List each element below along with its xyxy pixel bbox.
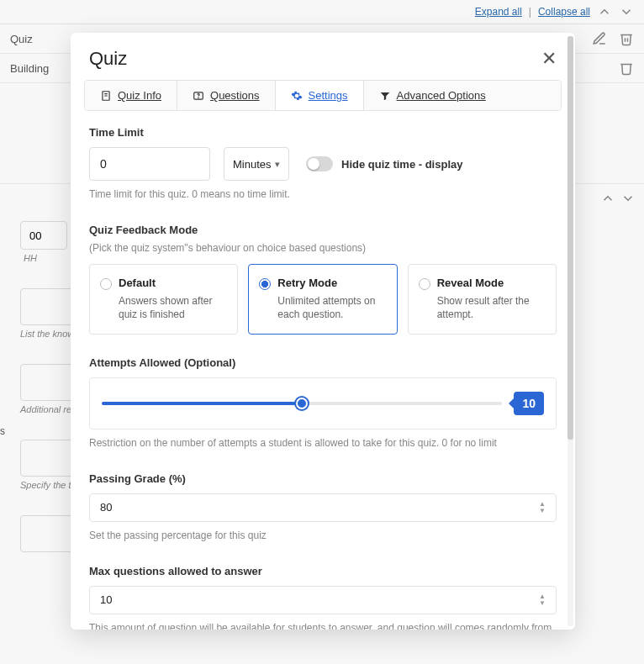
tab-label: Settings <box>309 89 348 102</box>
passing-grade-input[interactable]: 80 ▲▼ <box>89 493 557 522</box>
maxq-input[interactable]: 10 ▲▼ <box>89 586 557 614</box>
maxq-value: 10 <box>100 593 112 606</box>
modal-body: Time Limit 0 Minutes ▾ Hide quiz time - … <box>71 111 575 630</box>
tab-settings[interactable]: Settings <box>276 81 364 110</box>
feedback-label: Quiz Feedback Mode <box>89 224 557 236</box>
feedback-sub: (Pick the quiz system"s behaviour on cho… <box>89 241 557 256</box>
number-stepper[interactable]: ▲▼ <box>539 593 546 607</box>
feedback-option-default[interactable]: Default Answers shown after quiz is fini… <box>89 264 238 335</box>
close-icon[interactable]: ✕ <box>541 50 557 68</box>
gear-icon <box>291 90 303 102</box>
modal-scrollbar[interactable] <box>567 36 573 626</box>
slider-fill <box>102 402 302 405</box>
feedback-option-retry[interactable]: Retry Mode Unlimited attempts on each qu… <box>248 264 397 335</box>
doc-icon <box>100 90 112 102</box>
tab-label: Quiz Info <box>118 89 161 102</box>
passing-value: 80 <box>100 501 112 514</box>
tab-quiz-info[interactable]: Quiz Info <box>85 81 177 110</box>
slider-thumb[interactable] <box>296 398 308 409</box>
tab-label: Advanced Options <box>397 89 486 102</box>
fb-title: Default <box>119 277 225 289</box>
radio-icon <box>100 278 112 290</box>
maxq-help: This amount of question will be availabl… <box>89 621 557 630</box>
slider-track[interactable] <box>102 402 502 405</box>
fb-desc: Show result after the attempt. <box>437 294 544 323</box>
time-limit-label: Time Limit <box>89 126 557 139</box>
fb-desc: Unlimited attempts on each question. <box>277 294 384 323</box>
svg-point-4 <box>198 97 199 98</box>
tab-questions[interactable]: Questions <box>177 81 276 110</box>
filter-icon <box>379 90 391 102</box>
passing-label: Passing Grade (%) <box>89 472 557 485</box>
toggle-knob <box>308 158 319 170</box>
hide-time-toggle[interactable] <box>306 156 333 171</box>
number-stepper[interactable]: ▲▼ <box>539 501 546 514</box>
modal-scrollbar-thumb[interactable] <box>567 36 573 440</box>
question-icon <box>193 90 204 102</box>
fb-title: Retry Mode <box>277 277 384 289</box>
tab-label: Questions <box>210 89 260 102</box>
passing-help: Set the passing percentage for this quiz <box>89 529 557 543</box>
hide-time-label: Hide quiz time - display <box>341 158 462 171</box>
time-unit-value: Minutes <box>233 158 272 171</box>
time-limit-help: Time limit for this quiz. 0 means no tim… <box>89 187 557 202</box>
feedback-option-reveal[interactable]: Reveal Mode Show result after the attemp… <box>408 264 557 335</box>
modal-tabs: Quiz Info Questions Settings Advanced Op… <box>84 80 562 111</box>
chevron-down-icon: ▾ <box>275 159 280 170</box>
fb-title: Reveal Mode <box>437 277 544 289</box>
tab-advanced[interactable]: Advanced Options <box>364 81 561 110</box>
time-limit-input[interactable]: 0 <box>89 147 210 181</box>
radio-icon <box>419 278 430 290</box>
quiz-settings-modal: Quiz ✕ Quiz Info Questions Settings Adva… <box>71 33 575 630</box>
attempts-label: Attempts Allowed (Optional) <box>89 356 557 369</box>
attempts-help: Restriction on the number of attempts a … <box>89 436 557 451</box>
fb-desc: Answers shown after quiz is finished <box>119 294 225 323</box>
radio-icon <box>259 278 271 290</box>
time-unit-select[interactable]: Minutes ▾ <box>224 147 289 181</box>
attempts-slider[interactable]: 10 <box>89 377 557 429</box>
maxq-label: Max questions allowed to answer <box>89 565 557 577</box>
modal-title: Quiz <box>89 48 127 70</box>
attempts-value-badge: 10 <box>514 392 544 415</box>
